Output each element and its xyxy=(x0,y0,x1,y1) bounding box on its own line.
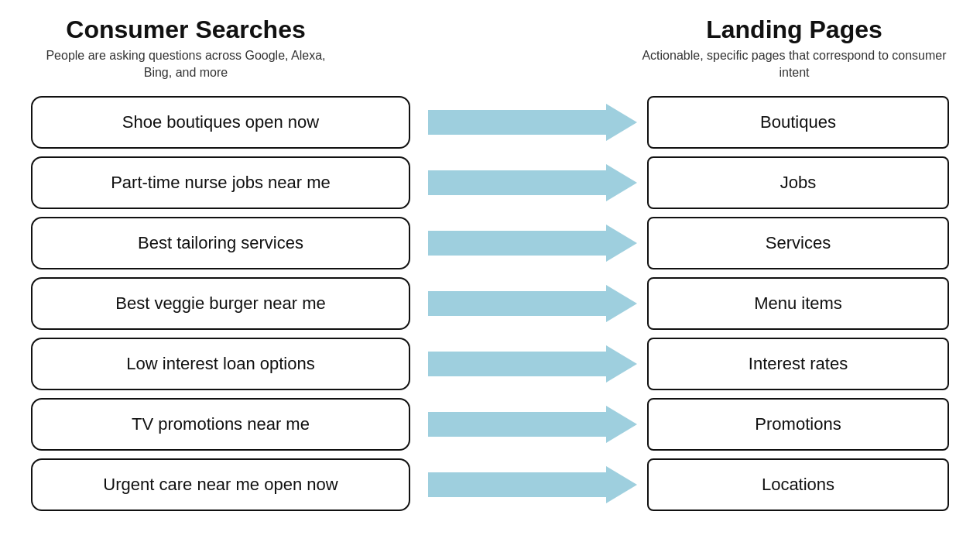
landing-text: Promotions xyxy=(755,414,841,434)
arrow-area xyxy=(413,406,645,443)
search-box: Shoe boutiques open now xyxy=(31,96,410,149)
mapping-row: Urgent care near me open now Locations xyxy=(31,458,949,511)
arrow-area xyxy=(413,164,645,201)
mapping-row: TV promotions near me Promotions xyxy=(31,398,949,451)
landing-box: Jobs xyxy=(647,156,949,209)
arrow-area xyxy=(413,225,645,262)
landing-box: Locations xyxy=(647,458,949,511)
arrow-icon xyxy=(420,285,637,322)
landing-text: Interest rates xyxy=(749,354,848,374)
mapping-rows: Shoe boutiques open now Boutiques Part-t… xyxy=(31,96,949,511)
arrow-area xyxy=(413,345,645,383)
arrow-body xyxy=(428,291,606,316)
search-box: Low interest loan options xyxy=(31,338,410,390)
arrow-head xyxy=(606,406,637,443)
search-box: Part-time nurse jobs near me xyxy=(31,156,410,209)
search-box: Urgent care near me open now xyxy=(31,458,410,511)
arrow-body xyxy=(428,231,606,256)
search-box: Best tailoring services xyxy=(31,217,410,269)
arrow-body xyxy=(428,352,606,376)
search-text: Shoe boutiques open now xyxy=(122,112,319,132)
arrow-icon xyxy=(420,406,637,443)
arrow-icon xyxy=(420,104,637,141)
arrow-head xyxy=(606,285,637,322)
landing-text: Services xyxy=(766,233,831,253)
arrow-body xyxy=(428,472,606,497)
arrow-head xyxy=(606,164,637,201)
search-text: Urgent care near me open now xyxy=(103,475,338,495)
search-text: Best veggie burger near me xyxy=(115,293,326,314)
arrow-head xyxy=(606,225,637,262)
search-text: Low interest loan options xyxy=(126,354,314,374)
search-text: Part-time nurse jobs near me xyxy=(111,173,331,193)
search-text: Best tailoring services xyxy=(138,233,303,253)
search-box: TV promotions near me xyxy=(31,398,410,451)
landing-box: Promotions xyxy=(647,398,949,451)
mapping-row: Best veggie burger near me Menu items xyxy=(31,277,949,330)
search-text: TV promotions near me xyxy=(132,414,310,434)
arrow-head xyxy=(606,466,637,503)
search-box: Best veggie burger near me xyxy=(31,277,410,330)
arrow-icon xyxy=(420,466,637,503)
arrow-head xyxy=(606,104,637,141)
landing-text: Locations xyxy=(762,475,834,495)
landing-box: Services xyxy=(647,217,949,269)
arrow-area xyxy=(413,104,645,141)
landing-box: Boutiques xyxy=(647,96,949,149)
left-header: Consumer Searches People are asking ques… xyxy=(31,15,341,82)
mapping-row: Best tailoring services Services xyxy=(31,217,949,269)
landing-box: Menu items xyxy=(647,277,949,330)
right-header-subtitle: Actionable, specific pages that correspo… xyxy=(639,47,949,82)
landing-box: Interest rates xyxy=(647,338,949,390)
arrow-body xyxy=(428,110,606,135)
arrow-body xyxy=(428,170,606,195)
mapping-row: Shoe boutiques open now Boutiques xyxy=(31,96,949,149)
arrow-area xyxy=(413,466,645,503)
arrow-area xyxy=(413,285,645,322)
landing-text: Jobs xyxy=(780,173,816,193)
arrow-head xyxy=(606,345,637,383)
right-header-title: Landing Pages xyxy=(639,15,949,44)
headers: Consumer Searches People are asking ques… xyxy=(31,15,949,82)
mapping-row: Part-time nurse jobs near me Jobs xyxy=(31,156,949,209)
mapping-row: Low interest loan options Interest rates xyxy=(31,338,949,390)
left-header-subtitle: People are asking questions across Googl… xyxy=(31,47,341,82)
arrow-icon xyxy=(420,345,637,383)
left-header-title: Consumer Searches xyxy=(31,15,341,44)
right-header: Landing Pages Actionable, specific pages… xyxy=(639,15,949,82)
arrow-body xyxy=(428,412,606,437)
arrow-icon xyxy=(420,225,637,262)
arrow-icon xyxy=(420,164,637,201)
landing-text: Boutiques xyxy=(760,112,836,132)
landing-text: Menu items xyxy=(754,293,842,314)
